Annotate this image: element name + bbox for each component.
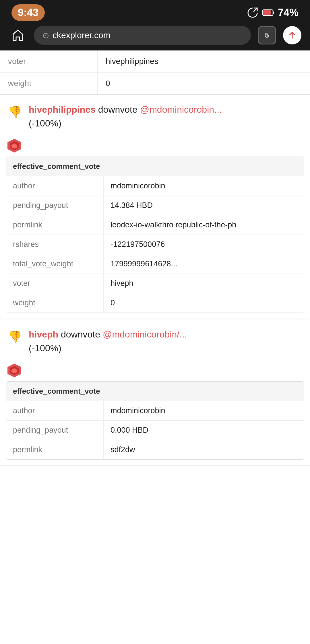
detail-row: pending_payout 0.000 HBD bbox=[6, 421, 304, 440]
detail-value: 0 bbox=[104, 293, 304, 313]
partial-row-weight: weight 0 bbox=[0, 73, 310, 94]
detail-label: weight bbox=[6, 293, 104, 313]
tx-target-2: @mdominicorobin/... bbox=[103, 329, 187, 339]
tab-count-button[interactable]: 5 bbox=[258, 26, 276, 44]
svg-rect-2 bbox=[263, 10, 271, 15]
main-content: voter hivephilippines weight 0 👎 hivephi… bbox=[0, 50, 310, 644]
detail-value: hiveph bbox=[104, 274, 304, 293]
tx-actor-2: hiveph bbox=[29, 329, 58, 339]
tab-count: 5 bbox=[265, 31, 269, 39]
transaction-block-1: 👎 hivephilippines downvote @mdominicorob… bbox=[0, 95, 310, 319]
partial-label-voter: voter bbox=[0, 50, 98, 72]
url-bar[interactable]: ⊙ ckexplorer.com bbox=[34, 26, 251, 45]
tx-percent-1: (-100%) bbox=[29, 118, 61, 128]
detail-label: author bbox=[6, 176, 104, 196]
detail-label: pending_payout bbox=[6, 421, 104, 440]
detail-table-2: effective_comment_vote author mdominicor… bbox=[6, 381, 304, 460]
detail-row: total_vote_weight 17999999614628... bbox=[6, 254, 304, 274]
hive-logo-2 bbox=[0, 363, 310, 379]
detail-value: leodex-io-walkthro republic-of-the-ph bbox=[104, 215, 304, 235]
tx-action-2: downvote bbox=[61, 329, 100, 339]
tx-header-2: 👎 hiveph downvote @mdominicorobin/... (-… bbox=[0, 319, 310, 363]
thumbs-down-icon-2: 👎 bbox=[7, 329, 23, 345]
detail-value: mdominicorobin bbox=[104, 401, 304, 420]
battery-icon bbox=[262, 9, 274, 16]
partial-value-voter: hivephilippines bbox=[98, 50, 310, 72]
svg-rect-1 bbox=[273, 11, 274, 14]
detail-value: 14.384 HBD bbox=[104, 196, 304, 215]
detail-row: author mdominicorobin bbox=[6, 401, 304, 421]
status-time: 9:43 bbox=[11, 4, 45, 21]
detail-row: permlink leodex-io-walkthro republic-of-… bbox=[6, 215, 304, 235]
detail-value: sdf2dw bbox=[104, 440, 304, 459]
tx-actor-1: hivephilippines bbox=[29, 104, 96, 115]
url-text: ckexplorer.com bbox=[53, 30, 111, 40]
detail-row: author mdominicorobin bbox=[6, 176, 304, 196]
tx-target-1: @mdominicorobin... bbox=[140, 104, 222, 115]
transaction-block-2: 👎 hiveph downvote @mdominicorobin/... (-… bbox=[0, 319, 310, 466]
detail-row: rshares -122197500076 bbox=[6, 235, 304, 254]
home-button[interactable] bbox=[9, 26, 27, 44]
tx-action-1: downvote bbox=[98, 104, 137, 115]
tx-text-2: hiveph downvote @mdominicorobin/... (-10… bbox=[29, 327, 303, 355]
browser-bar: ⊙ ckexplorer.com 5 bbox=[0, 23, 310, 50]
detail-row: voter hiveph bbox=[6, 274, 304, 293]
detail-value: 17999999614628... bbox=[104, 254, 304, 274]
hive-logo-1 bbox=[0, 138, 310, 154]
detail-row: permlink sdf2dw bbox=[6, 440, 304, 459]
tx-text-1: hivephilippines downvote @mdominicorobin… bbox=[29, 103, 303, 130]
detail-label: pending_payout bbox=[6, 196, 104, 215]
detail-label: author bbox=[6, 401, 104, 420]
battery-percent: 74% bbox=[278, 7, 299, 19]
up-button[interactable] bbox=[283, 26, 301, 44]
partial-table: voter hivephilippines weight 0 bbox=[0, 50, 310, 95]
url-icon: ⊙ bbox=[42, 31, 49, 40]
thumbs-down-icon-1: 👎 bbox=[7, 104, 23, 120]
detail-table-header-1: effective_comment_vote bbox=[6, 157, 304, 176]
detail-value: 0.000 HBD bbox=[104, 421, 304, 440]
camera-icon bbox=[246, 6, 259, 19]
detail-value: -122197500076 bbox=[104, 235, 304, 254]
detail-label: permlink bbox=[6, 440, 104, 459]
detail-row: weight 0 bbox=[6, 293, 304, 313]
detail-value: mdominicorobin bbox=[104, 176, 304, 196]
detail-table-1: effective_comment_vote author mdominicor… bbox=[6, 157, 304, 313]
battery-display: 74% bbox=[262, 7, 299, 19]
partial-label-weight: weight bbox=[0, 73, 98, 94]
detail-table-header-2: effective_comment_vote bbox=[6, 382, 304, 401]
status-bar: 9:43 74% bbox=[0, 0, 310, 23]
detail-label: rshares bbox=[6, 235, 104, 254]
detail-label: total_vote_weight bbox=[6, 254, 104, 274]
partial-row-voter: voter hivephilippines bbox=[0, 50, 310, 73]
detail-label: voter bbox=[6, 274, 104, 293]
tx-percent-2: (-100%) bbox=[29, 343, 61, 353]
detail-row: pending_payout 14.384 HBD bbox=[6, 196, 304, 215]
partial-value-weight: 0 bbox=[98, 73, 310, 94]
detail-label: permlink bbox=[6, 215, 104, 235]
tx-header-1: 👎 hivephilippines downvote @mdominicorob… bbox=[0, 95, 310, 138]
